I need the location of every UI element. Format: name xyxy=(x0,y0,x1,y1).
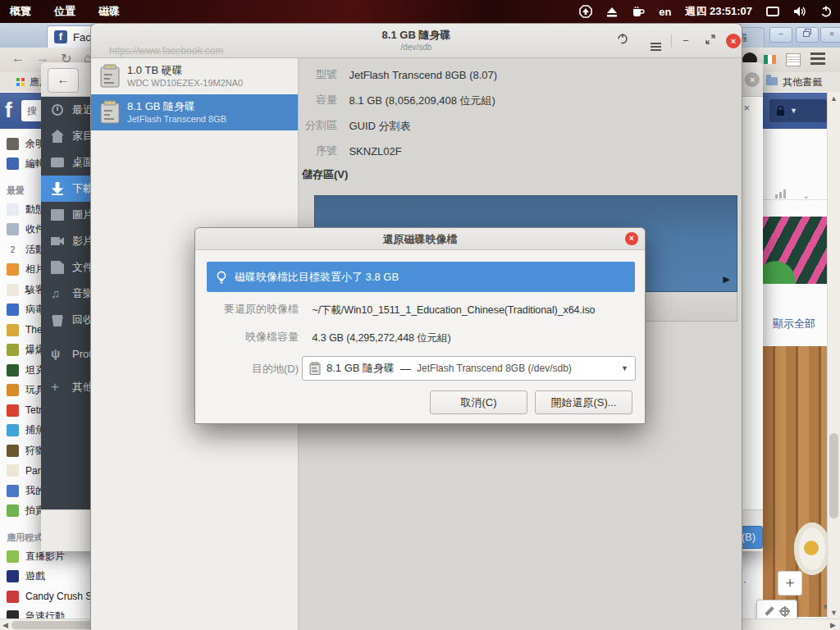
scroll-right-icon[interactable]: ▶ xyxy=(830,621,836,629)
facebook-privacy-control[interactable]: ▼ xyxy=(769,99,827,122)
volume-icon[interactable] xyxy=(793,6,806,17)
restore-icon xyxy=(705,34,715,44)
drive-details: 型號 JetFlash Transcend 8GB (8.07) 容量 8.1 … xyxy=(299,66,742,168)
power-icon[interactable] xyxy=(820,6,832,17)
usb-icon xyxy=(51,347,64,360)
places-menu[interactable]: 位置 xyxy=(43,0,87,23)
music-icon xyxy=(51,287,64,300)
menu-button[interactable] xyxy=(647,33,664,49)
activity-chart-icon[interactable]: ⌄ xyxy=(774,187,810,202)
caffeine-cup-icon[interactable] xyxy=(632,6,645,17)
home-icon xyxy=(51,130,64,143)
window-close-button[interactable]: × xyxy=(726,34,741,48)
item-icon xyxy=(7,344,19,356)
vertical-scrollbar[interactable]: ▲ ▼ xyxy=(827,92,840,619)
image-icon xyxy=(51,208,64,221)
dropdown-arrow-icon: ▼ xyxy=(621,364,628,372)
detail-row: 容量 8.1 GB (8,056,209,408 位元組) xyxy=(299,92,742,117)
window-minimize-button[interactable]: − xyxy=(678,33,694,49)
device-row[interactable]: 8.1 GB 隨身碟 JetFlash Transcend 8GB xyxy=(91,94,298,130)
item-icon xyxy=(7,550,19,563)
bars-icon xyxy=(774,189,788,199)
facebook-favicon: f xyxy=(54,30,67,43)
chevron-down-icon[interactable]: ⌄ xyxy=(802,191,809,200)
item-icon xyxy=(7,138,19,150)
clock[interactable]: 週四 23:51:07 xyxy=(685,4,752,19)
desktop: f Facebook 熊貓 − × ← → ↻ ⌂ 應用 其他書籤 f 搜 xyxy=(0,0,840,630)
hamburger-menu-icon xyxy=(651,43,661,44)
flag-icon[interactable] xyxy=(764,55,776,64)
clock-icon xyxy=(51,103,64,116)
pencil-icon[interactable] xyxy=(765,607,774,616)
app-menu-disks[interactable]: 磁碟 xyxy=(87,0,131,23)
hamburger-menu-icon[interactable] xyxy=(810,52,825,55)
lock-icon xyxy=(776,106,785,116)
facebook-sidebar-item[interactable]: 遊戲 xyxy=(0,567,97,587)
destination-dropdown[interactable]: 8.1 GB 隨身碟 — JetFlash Transcend 8GB (/de… xyxy=(302,356,636,381)
window-close-button[interactable]: × xyxy=(820,27,840,43)
window-maximize-button[interactable] xyxy=(796,27,819,43)
warning-infobar: 磁碟映像檔比目標裝置小了 3.8 GB xyxy=(207,262,635,292)
start-restore-button[interactable]: 開始還原(S)... xyxy=(535,390,632,414)
eject-icon[interactable] xyxy=(606,6,618,17)
item-icon xyxy=(7,324,19,336)
scroll-down-icon[interactable]: ▼ xyxy=(830,609,838,617)
window-minimize-button[interactable]: − xyxy=(769,27,792,43)
back-icon[interactable]: ← xyxy=(11,51,25,66)
gear-icon[interactable] xyxy=(780,607,789,616)
lightbulb-icon xyxy=(216,271,227,284)
disk-drive-icon xyxy=(309,362,321,376)
show-all-link[interactable]: 顯示全部 xyxy=(773,317,815,331)
back-button[interactable]: ← xyxy=(48,68,79,93)
plate-photo xyxy=(794,523,830,575)
add-button[interactable]: + xyxy=(778,571,802,596)
item-icon xyxy=(7,304,19,316)
trash-icon xyxy=(51,313,64,326)
item-icon: 2 xyxy=(7,244,19,256)
game-ad-image[interactable] xyxy=(761,217,833,284)
device-row[interactable]: 1.0 TB 硬碟 WDC WD10EZEX-19M2NA0 xyxy=(91,58,298,94)
destination-label: 目的地(D) xyxy=(207,362,299,377)
dialog-field-row: 要還原的映像檔 ~/下載/Win10_1511_1_Education_Chin… xyxy=(207,300,640,328)
item-icon xyxy=(7,485,19,497)
other-bookmarks[interactable]: 其他書籤 xyxy=(783,75,822,89)
warning-text: 磁碟映像檔比目標裝置小了 3.8 GB xyxy=(235,270,399,285)
input-method-indicator[interactable]: en xyxy=(659,6,671,18)
close-icon[interactable]: × xyxy=(743,102,750,114)
power-icon xyxy=(617,33,628,44)
dialog-header: 還原磁碟映像檔 × xyxy=(195,228,645,250)
apps-grid-icon[interactable] xyxy=(16,78,20,81)
close-button[interactable]: × xyxy=(745,72,760,87)
facebook-logo[interactable]: f xyxy=(5,98,12,123)
facebook-sidebar-item[interactable]: Candy Crush S xyxy=(0,587,97,607)
item-icon xyxy=(7,464,19,477)
item-icon xyxy=(7,364,19,377)
detail-row: 分割區 GUID 分割表 xyxy=(299,117,742,143)
restore-image-dialog: 還原磁碟映像檔 × 磁碟映像檔比目標裝置小了 3.8 GB 要還原的映像檔 ~/… xyxy=(194,227,646,424)
document-icon xyxy=(51,261,64,274)
plus-icon xyxy=(51,381,64,394)
scroll-up-icon[interactable]: ▲ xyxy=(830,94,838,103)
window-subtitle: /dev/sdb xyxy=(91,43,742,52)
item-icon xyxy=(7,570,19,582)
power-off-drive-button[interactable] xyxy=(614,33,631,49)
window-restore-button[interactable] xyxy=(702,33,719,49)
folder-icon xyxy=(766,77,778,85)
activities-menu[interactable]: 概覽 xyxy=(0,0,43,23)
maximize-icon xyxy=(803,29,811,37)
cancel-button[interactable]: 取消(C) xyxy=(430,390,527,414)
item-icon xyxy=(7,263,19,276)
dialog-field-row: 映像檔容量 4.3 GB (4,295,272,448 位元組) xyxy=(207,328,640,356)
chevron-down-icon: ▼ xyxy=(790,107,797,115)
item-icon xyxy=(7,203,19,216)
item-icon xyxy=(7,223,19,235)
detail-row: 序號 SKNZL02F xyxy=(299,143,742,168)
scroll-left-icon[interactable]: ◀ xyxy=(2,621,8,629)
video-icon xyxy=(51,235,64,248)
scrollbar-thumb[interactable] xyxy=(829,433,838,518)
software-updates-icon[interactable] xyxy=(579,5,592,18)
item-icon xyxy=(7,158,19,170)
dialog-close-button[interactable]: × xyxy=(625,232,638,245)
newspaper-icon[interactable] xyxy=(786,53,801,66)
display-icon[interactable] xyxy=(766,7,779,17)
